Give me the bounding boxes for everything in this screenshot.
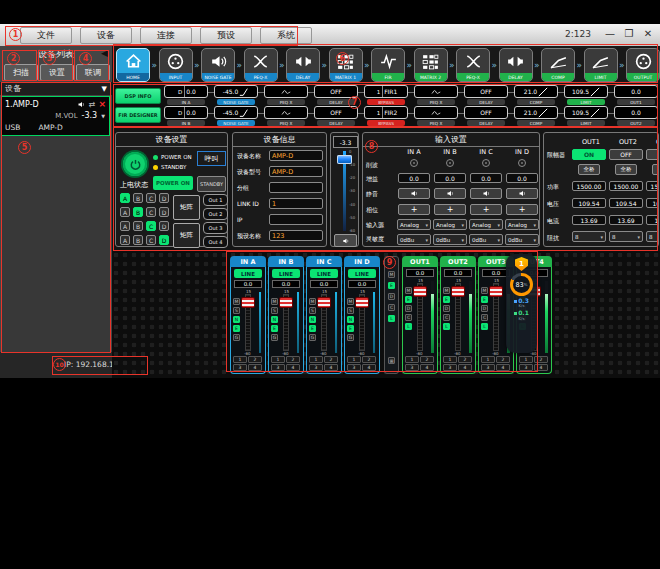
module-button-comp[interactable]: COMP [541,48,575,82]
strip-side-button-n[interactable]: N [233,316,240,323]
fader-handle[interactable] [356,298,368,307]
strip-side-button-m[interactable]: M [233,298,240,305]
matrix-box-2[interactable]: 矩阵 [173,223,200,248]
sens-select-in-2[interactable]: 0dBu▾ [433,234,467,245]
channel-tab-in-a[interactable]: IN A [230,256,266,267]
out-pill-2[interactable]: Out 2 [203,208,228,220]
info-input-分组[interactable] [269,182,323,193]
strip-side-button-m[interactable]: M [443,287,450,294]
route-button-1[interactable]: 1 [347,356,361,363]
module-button-limit[interactable]: LIMIT [584,48,618,82]
master-mute-button[interactable] [334,234,357,247]
phase-button-in-2[interactable]: + [434,204,466,215]
strip-side-button-e[interactable]: E [347,325,354,332]
monitor-value-box[interactable]: OFF [464,106,508,119]
menu-item-设备[interactable]: 设备 [80,27,132,44]
strip-side-button-s[interactable]: S [347,307,354,314]
strip-side-button-l[interactable]: L [481,323,488,330]
module-button-peq-x[interactable]: PEQ-X [244,48,278,82]
module-button-delay[interactable]: DELAY [286,48,320,82]
channel-gain-value[interactable]: 0.0 [272,280,300,288]
module-button-output[interactable]: OUTPUT [626,48,660,82]
channel-gain-value[interactable]: 0.0 [310,280,338,288]
monitor-value-box[interactable] [264,106,308,119]
monitor-value-box[interactable]: OFF [464,85,508,98]
gain-value-in-4[interactable]: 0.0 [506,173,538,183]
monitor-value-box[interactable]: -45.0 [214,85,258,98]
narrow-grid-button[interactable]: ⊞ [388,357,395,364]
settings-button[interactable]: 设置 [40,64,74,81]
strip-side-button-e[interactable]: E [233,325,240,332]
power-on-button[interactable]: POWER ON [153,176,193,190]
bridge-button-out-2[interactable]: 全桥 [615,164,637,175]
channel-tab-in-c[interactable]: IN C [306,256,342,267]
strip-side-button-m[interactable]: M [309,298,316,305]
bridge-button-out-3[interactable]: 全桥 [652,164,659,175]
channel-tab-in-b[interactable]: IN B [268,256,304,267]
mute-button-in-4[interactable] [506,188,538,199]
source-select-in-3[interactable]: Analog▾ [469,219,503,230]
fir-designer-button[interactable]: FIR DESIGNER [115,107,161,123]
strip-side-button-s[interactable]: S [309,307,316,314]
scan-button[interactable]: 扫描 [4,64,38,81]
collapse-arrow-icon[interactable]: ◀ [101,48,108,58]
monitor-value-box[interactable]: 0.0 [614,85,658,98]
mute-button-in-3[interactable] [470,188,502,199]
info-input-设备型号[interactable]: AMP-D [269,166,323,177]
phase-button-in-1[interactable]: + [398,204,430,215]
route-button-1[interactable]: 1 [443,356,457,363]
route-button-2[interactable]: 2 [458,356,472,363]
matrix-cell-b-row3[interactable]: B [133,221,143,231]
call-button[interactable]: 呼叫 [197,151,226,166]
route-button-2[interactable]: 2 [420,356,434,363]
gain-value-in-1[interactable]: 0.0 [398,173,430,183]
source-select-in-4[interactable]: Analog▾ [505,219,539,230]
route-button-4[interactable]: 4 [420,364,434,371]
source-select-in-2[interactable]: Analog▾ [433,219,467,230]
strip-side-button-e[interactable]: E [443,296,450,303]
module-button-noise-gate[interactable]: NOISE GATE [201,48,235,82]
matrix-cell-b-row2[interactable]: B [133,207,143,217]
system-monitor-overlay[interactable]: 183%0.3K/s0.1K/s [506,254,537,353]
route-button-3[interactable]: 3 [309,364,323,371]
strip-side-button-c[interactable]: C [443,314,450,321]
phase-button-in-4[interactable]: + [506,204,538,215]
sens-select-in-3[interactable]: 0dBu▾ [469,234,503,245]
strip-side-button-e[interactable]: E [405,296,412,303]
strip-side-button-d[interactable]: D [405,305,412,312]
standby-button[interactable]: STANDBY [197,176,226,192]
strip-side-button-l[interactable]: L [443,323,450,330]
module-button-matrix-2[interactable]: MATRIX 2 [414,48,448,82]
route-button-4[interactable]: 4 [286,364,300,371]
strip-side-button-n[interactable]: N [347,316,354,323]
strip-side-button-l[interactable]: L [405,323,412,330]
strip-side-button-s[interactable]: S [271,307,278,314]
monitor-value-box[interactable]: 21.0 [514,85,558,98]
monitor-value-box[interactable]: OFF [314,85,358,98]
impedance-select-out-3[interactable]: 8▾ [646,231,659,242]
channel-strip-in-b[interactable]: IN BLINE0.015-60MSNEG1234 [268,256,304,374]
route-button-3[interactable]: 3 [481,364,495,371]
gain-value-in-2[interactable]: 0.0 [434,173,466,183]
line-button[interactable]: LINE [348,269,376,278]
matrix-cell-a-row2[interactable]: A [120,207,130,217]
master-fader-handle[interactable] [337,155,352,164]
route-button-4[interactable]: 4 [534,364,548,371]
route-button-1[interactable]: 1 [405,356,419,363]
impedance-select-out-1[interactable]: 8▾ [572,231,606,242]
matrix-cell-d-row1[interactable]: D [159,193,169,203]
fader-handle[interactable] [242,298,254,307]
channel-strip-out2[interactable]: OUT20.015-60MEDCL1234 [440,256,476,374]
device-list-item[interactable]: 1.AMP-D ⇄ × M.VOL -3.3 ▼ USB AMP-D [1,96,110,136]
out-pill-4[interactable]: Out 4 [203,236,228,248]
route-button-2[interactable]: 2 [286,356,300,363]
route-button-4[interactable]: 4 [496,364,510,371]
route-button-1[interactable]: 1 [233,356,247,363]
sync-icon[interactable]: ⇄ [89,100,96,109]
route-button-4[interactable]: 4 [362,364,376,371]
collapsed-master-strip[interactable]: MEDCL⊞ [384,256,399,374]
matrix-cell-d-row2[interactable]: D [159,207,169,217]
close-button[interactable]: ✕ [642,28,654,39]
route-button-1[interactable]: 1 [309,356,323,363]
sens-select-in-4[interactable]: 0dBu▾ [505,234,539,245]
